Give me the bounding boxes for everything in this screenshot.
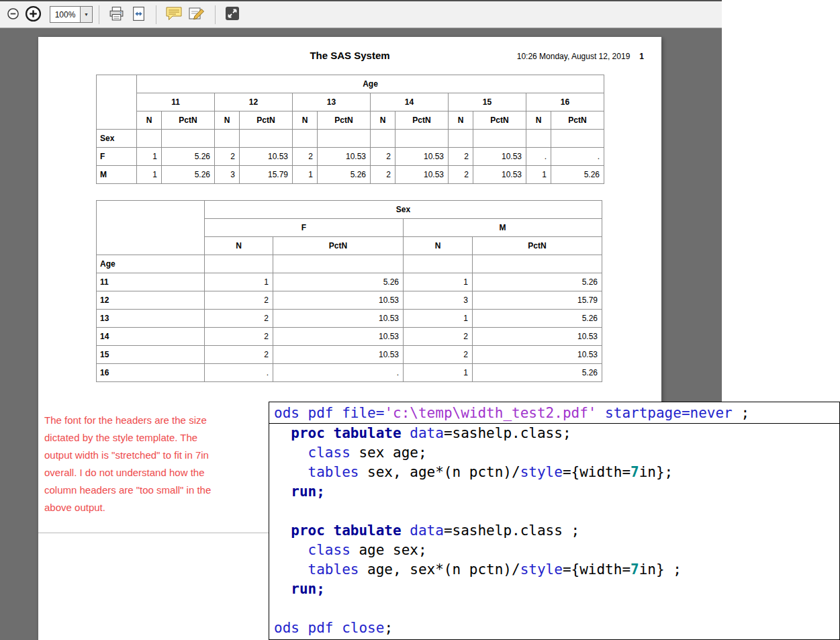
table2: SexFMNPctNNPctNAge1115.2615.2612210.5331… [96,200,602,382]
data-cell: 2 [205,328,273,346]
measure-header: N [449,111,473,130]
measure-header: PctN [162,111,215,130]
col-dim-header: Sex [205,201,602,219]
data-cell: 10.53 [318,148,371,166]
row-label: 15 [97,346,205,364]
corner-box [97,75,137,130]
data-cell: 1 [137,148,162,166]
zoom-level-select[interactable]: 100% ▼ [50,6,93,23]
blank-cell [473,255,602,273]
measure-header: PctN [273,237,404,255]
code-line [269,599,839,619]
data-cell: 2 [215,148,240,166]
annotation-text: The font for the headers are the size di… [44,412,281,516]
table-row: Sex [97,130,604,148]
age-group-header: 16 [526,93,604,111]
table-row: 14210.53210.53 [97,328,602,346]
table-row: Age [97,255,602,273]
data-cell: 5.26 [318,166,371,184]
data-cell: 5.26 [162,148,215,166]
table-row: M15.26315.7915.26210.53210.5315.26 [97,166,604,184]
expand-arrows-icon [224,5,240,24]
row-label: 14 [97,328,205,346]
row-label: 11 [97,273,205,291]
blank-cell [293,130,318,148]
sex-group-header: M [404,219,602,237]
comment-button[interactable] [164,5,184,25]
data-cell: 1 [526,166,551,184]
fit-page-button[interactable] [129,4,148,26]
screen: 100% ▼ [0,0,840,640]
data-cell: . [273,364,404,382]
age-group-header: 15 [449,93,526,111]
blank-cell [318,130,371,148]
data-cell: 5.26 [473,273,602,291]
printer-icon [108,5,125,24]
data-cell: 1 [205,273,273,291]
code-line: tables age, sex*(n pctn)/style={width=7i… [269,560,839,580]
data-cell: 10.53 [273,346,404,364]
data-cell: 2 [371,166,395,184]
row-label: F [97,148,137,166]
measure-header: PctN [395,111,449,130]
measure-header: PctN [473,237,602,255]
page-header-meta: 10:26 Monday, August 12, 2019 1 [517,52,644,61]
sex-group-header: F [205,219,404,237]
data-cell: 15.79 [473,291,602,310]
measure-header: N [293,111,318,130]
data-cell: 10.53 [273,328,404,346]
data-cell: 3 [215,166,240,184]
signature-pen-icon [188,6,206,24]
zoom-out-button[interactable] [5,6,21,24]
code-line: ods pdf close; [269,619,839,638]
table2-grid: SexFMNPctNNPctNAge1115.2615.2612210.5331… [96,200,602,382]
data-cell: 2 [293,148,318,166]
fullscreen-button[interactable] [223,4,242,25]
data-cell: 5.26 [162,166,215,184]
data-cell: 10.53 [395,148,449,166]
viewer-toolbar: 100% ▼ [0,0,722,28]
data-cell: 10.53 [473,166,526,184]
data-cell: 2 [205,310,273,328]
table1-grid: Age111213141516NPctNNPctNNPctNNPctNNPctN… [96,75,604,184]
col-dim-header: Age [137,75,604,93]
code-editor-window[interactable]: ods pdf file='c:\temp\width_test2.pdf' s… [269,402,840,640]
table-row: 13210.5315.26 [97,310,602,328]
measure-header: N [215,111,240,130]
data-cell: 10.53 [273,291,404,310]
measure-header: N [526,111,551,130]
table-row: F15.26210.53210.53210.53210.53.. [97,148,604,166]
data-cell: 10.53 [473,328,602,346]
data-cell: 5.26 [473,310,602,328]
code-line: run; [269,580,839,599]
blank-cell [215,130,240,148]
chevron-down-icon[interactable]: ▼ [80,7,92,22]
data-cell: . [526,148,551,166]
blank-cell [273,255,404,273]
print-button[interactable] [107,4,126,26]
data-cell: 10.53 [395,166,449,184]
blank-cell [162,130,215,148]
fit-page-icon [130,5,147,24]
data-cell: 10.53 [473,346,602,364]
data-cell: 2 [404,328,473,346]
zoom-in-button[interactable] [24,4,43,26]
data-cell: 1 [404,310,473,328]
data-cell: 2 [404,346,473,364]
sign-button[interactable] [187,5,207,25]
blank-cell [240,130,293,148]
data-cell: 15.79 [240,166,293,184]
data-cell: 2 [449,148,473,166]
page-datetime: 10:26 Monday, August 12, 2019 [517,52,631,61]
data-cell: 5.26 [273,273,404,291]
data-cell: 1 [137,166,162,184]
code-line: class sex age; [269,443,839,463]
measure-header: N [205,237,273,255]
measure-header: PctN [551,111,604,130]
data-cell: . [205,364,273,382]
data-cell: 5.26 [551,166,604,184]
toolbar-separator [99,5,99,24]
data-cell: 3 [404,291,473,310]
data-cell: 1 [293,166,318,184]
row-dim-header: Sex [97,130,137,148]
